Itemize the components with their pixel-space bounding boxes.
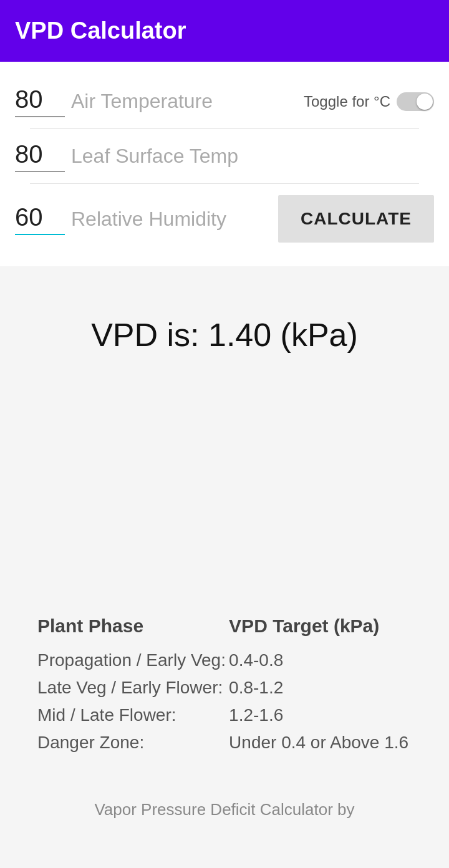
ref-phase: Propagation / Early Veg: [37,647,229,674]
table-row: Danger Zone:Under 0.4 or Above 1.6 [37,729,412,756]
reference-table: Plant Phase VPD Target (kPa) Propagation… [37,615,412,756]
app-title: VPD Calculator [15,17,186,44]
ref-target: 0.4-0.8 [229,647,412,674]
calculate-button[interactable]: CALCULATE [278,195,434,243]
leaf-temp-row: Leaf Surface Temp [15,129,434,183]
leaf-temp-input-wrap [15,140,71,172]
app-header: VPD Calculator [0,0,449,62]
celsius-toggle[interactable] [397,92,434,111]
humidity-input-wrap [15,203,71,235]
ref-target: 0.8-1.2 [229,674,412,702]
leaf-temp-label: Leaf Surface Temp [71,145,434,168]
air-temp-label: Air Temperature [71,90,304,113]
air-temp-input[interactable] [15,85,65,117]
vpd-result: VPD is: 1.40 (kPa) [91,316,358,354]
air-temp-row: Air Temperature Toggle for °C [15,74,434,128]
ref-phase: Late Veg / Early Flower: [37,674,229,702]
table-row: Mid / Late Flower:1.2-1.6 [37,702,412,729]
humidity-input[interactable] [15,203,65,235]
ref-phase: Danger Zone: [37,729,229,756]
table-row: Late Veg / Early Flower:0.8-1.2 [37,674,412,702]
ref-target: Under 0.4 or Above 1.6 [229,729,412,756]
reference-section: Plant Phase VPD Target (kPa) Propagation… [0,591,449,781]
toggle-knob [417,94,433,110]
air-temp-input-wrap [15,85,71,117]
inputs-section: Air Temperature Toggle for °C Leaf Surfa… [0,62,449,266]
table-row: Propagation / Early Veg:0.4-0.8 [37,647,412,674]
result-section: VPD is: 1.40 (kPa) [0,266,449,403]
ref-col1-header: Plant Phase [37,615,229,647]
footer-text: Vapor Pressure Deficit Calculator by [94,800,354,819]
humidity-row: Relative Humidity CALCULATE [15,184,434,254]
ref-col2-header: VPD Target (kPa) [229,615,412,647]
spacer [0,403,449,591]
ref-phase: Mid / Late Flower: [37,702,229,729]
humidity-label: Relative Humidity [71,208,278,231]
footer-section: Vapor Pressure Deficit Calculator by [0,781,449,838]
ref-target: 1.2-1.6 [229,702,412,729]
leaf-temp-input[interactable] [15,140,65,172]
toggle-label: Toggle for °C [304,93,390,110]
celsius-toggle-wrap: Toggle for °C [304,92,434,111]
